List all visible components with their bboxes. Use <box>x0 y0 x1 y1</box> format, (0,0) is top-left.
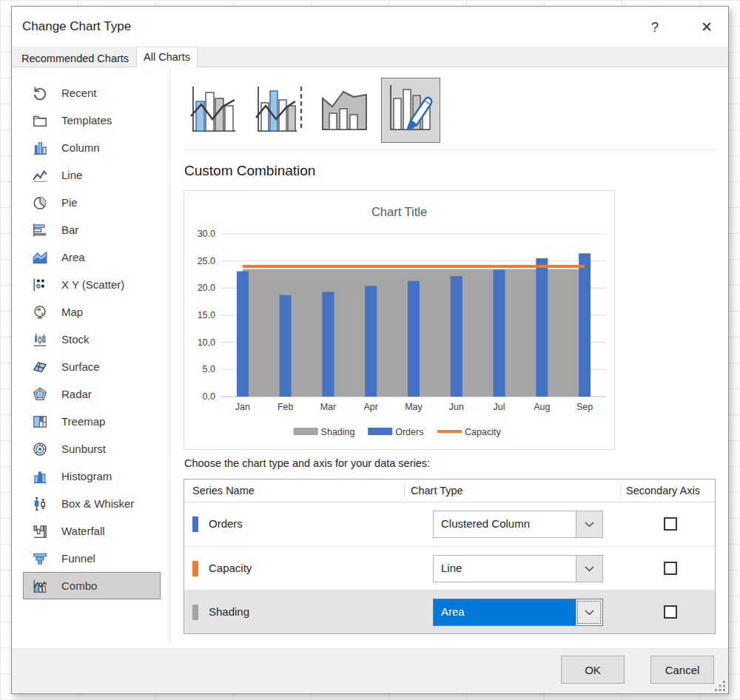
cancel-button[interactable]: Cancel <box>650 656 714 684</box>
sidebar-item-label: Area <box>61 251 85 263</box>
chart-type-value: Line <box>434 556 576 582</box>
header-divider <box>404 483 405 498</box>
svg-text:25.0: 25.0 <box>198 256 215 266</box>
svg-text:Feb: Feb <box>278 402 294 412</box>
sidebar-item-label: Box & Whisker <box>61 497 134 510</box>
chart-type-sidebar: RecentTemplatesColumnLinePieBarAreaX Y (… <box>23 79 161 599</box>
ok-button[interactable]: OK <box>561 656 625 684</box>
titlebar: Change Chart Type ? ✕ <box>12 7 728 47</box>
header-series-name: Series Name <box>192 479 255 502</box>
secondary-axis-checkbox[interactable] <box>664 562 677 575</box>
close-button[interactable]: ✕ <box>693 15 721 40</box>
series-table-body: OrdersClustered ColumnCapacityLineShadin… <box>184 502 715 633</box>
svg-text:Jul: Jul <box>494 402 505 412</box>
tab-recommended-charts[interactable]: Recommended Charts <box>14 49 136 67</box>
secondary-axis-checkbox[interactable] <box>664 605 677 619</box>
svg-text:Sep: Sep <box>576 402 593 412</box>
subtype-stacked-area-clustered-column[interactable] <box>315 78 374 143</box>
map-icon <box>30 304 50 320</box>
chart-type-dropdown[interactable]: Line <box>433 555 603 582</box>
sidebar-item-bar[interactable]: Bar <box>23 216 161 243</box>
sidebar-item-funnel[interactable]: Funnel <box>23 545 161 572</box>
subtype-clustered-column-line-secondary-axis[interactable] <box>249 78 309 143</box>
sidebar-item-column[interactable]: Column <box>23 134 161 161</box>
series-color-swatch <box>192 516 198 532</box>
sidebar-item-map[interactable]: Map <box>23 298 161 326</box>
treemap-icon <box>30 414 50 430</box>
sidebar-item-label: Sunburst <box>61 442 106 455</box>
dialog-footer: OK Cancel <box>12 648 728 693</box>
chart-type-dropdown[interactable]: Area <box>433 599 603 626</box>
sidebar-item-label: Surface <box>61 360 100 373</box>
help-button[interactable]: ? <box>641 15 669 40</box>
svg-text:Jun: Jun <box>449 402 464 412</box>
sidebar-item-recent[interactable]: Recent <box>23 79 161 107</box>
svg-text:Chart Title: Chart Title <box>371 205 427 218</box>
scatter-icon <box>30 277 50 293</box>
svg-text:May: May <box>405 402 423 412</box>
dropdown-button[interactable] <box>576 556 602 582</box>
svg-text:20.0: 20.0 <box>198 283 215 293</box>
sidebar-item-stock[interactable]: Stock <box>23 326 161 353</box>
series-color-swatch <box>192 561 198 576</box>
series-name-label: Shading <box>209 590 249 633</box>
subtype-clustered-column-line[interactable] <box>184 78 243 143</box>
sidebar-item-pie[interactable]: Pie <box>23 189 161 216</box>
clustered-column-line-icon <box>188 82 238 138</box>
sidebar-item-waterfall[interactable]: Waterfall <box>23 517 161 545</box>
tab-all-charts[interactable]: All Charts <box>136 47 198 67</box>
secondary-axis-checkbox[interactable] <box>664 517 677 531</box>
sidebar-item-label: Pie <box>61 196 78 209</box>
sidebar-item-sunburst[interactable]: Sunburst <box>23 435 161 462</box>
chart-preview: 0.05.010.015.020.025.030.0JanFebMarAprMa… <box>184 190 615 450</box>
svg-text:5.0: 5.0 <box>203 364 215 374</box>
chart-type-dropdown[interactable]: Clustered Column <box>433 511 603 538</box>
change-chart-type-dialog: Change Chart Type ? ✕ Recommended Charts… <box>11 6 729 694</box>
resize-grip-icon[interactable] <box>715 681 726 692</box>
header-divider <box>620 483 621 498</box>
svg-text:30.0: 30.0 <box>198 229 215 239</box>
funnel-icon <box>30 551 50 567</box>
bar-icon <box>30 222 50 238</box>
sidebar-item-histogram[interactable]: Histogram <box>23 462 161 490</box>
series-name-label: Capacity <box>209 547 252 590</box>
sidebar-item-line[interactable]: Line <box>23 161 161 189</box>
sidebar-item-area[interactable]: Area <box>23 243 161 271</box>
series-row-orders: OrdersClustered Column <box>184 502 715 546</box>
sidebar-item-scatter[interactable]: X Y (Scatter) <box>23 271 161 298</box>
sidebar-item-label: Stock <box>61 333 90 346</box>
combo-chart: 0.05.010.015.020.025.030.0JanFebMarAprMa… <box>184 191 614 449</box>
recent-icon <box>30 85 50 101</box>
sidebar-item-label: Combo <box>61 579 97 592</box>
header-chart-type: Chart Type <box>411 479 463 502</box>
svg-text:Mar: Mar <box>320 402 337 412</box>
histogram-icon <box>30 468 50 485</box>
tabstrip: Recommended Charts All Charts <box>12 47 728 67</box>
dropdown-button[interactable] <box>576 599 602 625</box>
series-table-header: Series Name Chart Type Secondary Axis <box>184 479 715 502</box>
chevron-down-icon <box>585 522 594 528</box>
sidebar-item-box-whisker[interactable]: Box & Whisker <box>23 490 161 517</box>
line-icon <box>30 167 50 184</box>
combo-subtype-strip <box>184 78 440 143</box>
sidebar-item-surface[interactable]: Surface <box>23 353 161 380</box>
subtype-custom-combination[interactable] <box>381 78 440 143</box>
sidebar-divider <box>169 67 170 644</box>
sidebar-item-combo[interactable]: Combo <box>23 572 161 599</box>
subtype-strip-divider <box>184 149 718 150</box>
sidebar-item-label: Templates <box>61 114 112 127</box>
series-instruction: Choose the chart type and axis for your … <box>184 457 430 469</box>
svg-text:0.0: 0.0 <box>203 391 215 402</box>
svg-text:Orders: Orders <box>395 427 423 437</box>
chevron-down-icon <box>585 566 594 572</box>
templates-icon <box>30 112 50 129</box>
sidebar-item-treemap[interactable]: Treemap <box>23 408 161 435</box>
svg-text:Aug: Aug <box>534 402 550 412</box>
sidebar-item-label: Bar <box>61 223 78 236</box>
sidebar-item-radar[interactable]: Radar <box>23 380 161 408</box>
series-table: Series Name Chart Type Secondary Axis Or… <box>184 479 716 634</box>
series-color-swatch <box>192 605 198 620</box>
all-charts-tab-content: RecentTemplatesColumnLinePieBarAreaX Y (… <box>12 67 728 648</box>
dropdown-button[interactable] <box>576 511 602 537</box>
sidebar-item-templates[interactable]: Templates <box>23 107 161 134</box>
